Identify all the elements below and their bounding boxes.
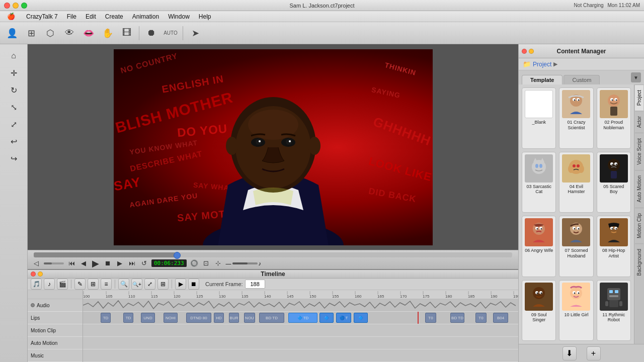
tool-record[interactable]: ⏺ <box>143 25 159 41</box>
lip-clip-17[interactable]: B04 <box>493 313 508 323</box>
lip-clip-11[interactable]: 🔷 <box>319 313 334 323</box>
lip-clip-1[interactable]: TD <box>101 313 111 323</box>
side-tab-actor[interactable]: Actor <box>635 111 643 133</box>
tool-cursor[interactable]: ⬡ <box>42 25 58 41</box>
tool-camera[interactable]: 🎞 <box>119 25 135 41</box>
menu-help[interactable]: Help <box>195 12 215 21</box>
tl-audio[interactable]: ♪ <box>44 279 55 290</box>
pb-loop[interactable]: ↺ <box>139 259 148 268</box>
side-tab-motion-clip[interactable]: Motion Clip <box>635 208 643 243</box>
menu-window[interactable]: Window <box>164 12 194 21</box>
pb-quality[interactable]: ⊹ <box>214 259 223 268</box>
lip-clip-12[interactable]: 🔵 T <box>336 313 351 323</box>
menu-edit[interactable]: Edit <box>82 12 100 21</box>
lip-clip-3[interactable]: UND <box>141 313 155 323</box>
char-item-02[interactable]: 02 Proud Nobleman <box>597 87 631 149</box>
tab-custom[interactable]: Custom <box>564 75 600 84</box>
tool-redo[interactable]: ↪ <box>5 151 23 166</box>
side-tab-background[interactable]: Background <box>635 243 643 281</box>
char-item-09[interactable]: 09 Soul Singer <box>522 280 556 341</box>
char-item-05[interactable]: 05 Scared Boy <box>597 152 631 213</box>
cm-close-btn[interactable] <box>522 49 527 54</box>
cm-download-btn[interactable]: ⬇ <box>562 346 577 360</box>
tool-export[interactable]: ➤ <box>187 25 203 41</box>
lip-clip-7[interactable]: BUR <box>229 313 239 323</box>
maximize-button[interactable] <box>21 3 27 9</box>
lip-clip-13[interactable]: 🔷 <box>354 313 368 323</box>
tool-scene[interactable]: ⊞ <box>23 25 39 41</box>
tab-template[interactable]: Template <box>522 75 562 84</box>
menu-crazytalk[interactable]: CrazyTalk 7 <box>22 12 62 21</box>
cm-nav-project[interactable]: Project <box>533 61 551 68</box>
canvas-viewport[interactable]: no country thinkin English in saying BLI… <box>28 44 518 250</box>
menu-file[interactable]: File <box>63 12 80 21</box>
lip-clip-15[interactable]: BD TD <box>450 313 464 323</box>
char-item-06[interactable]: 06 Angry Wife <box>522 216 556 277</box>
char-item-07[interactable]: 07 Scorned Husband <box>559 216 593 277</box>
char-item-11[interactable]: 11 Rythmic Robot <box>597 280 631 341</box>
tool-lips[interactable]: 👄 <box>80 25 97 41</box>
zoom-slider[interactable] <box>232 262 258 264</box>
pb-prev-frame[interactable]: ◀ <box>79 259 88 268</box>
volume-track[interactable] <box>44 262 64 264</box>
tl-list[interactable]: ≡ <box>101 279 112 290</box>
pb-fast-forward[interactable]: ⏭ <box>127 259 136 268</box>
tl-play[interactable]: ▶ <box>175 279 186 290</box>
timeline-min-btn[interactable] <box>38 272 43 277</box>
tl-add[interactable]: 🎵 <box>31 279 42 290</box>
tool-scale[interactable]: ⤡ <box>5 100 23 115</box>
side-tab-voice-script[interactable]: Voice Script <box>635 133 643 170</box>
menu-create[interactable]: Create <box>101 12 127 21</box>
cm-min-btn[interactable] <box>529 49 534 54</box>
tl-zoom-in[interactable]: 🔍+ <box>131 279 142 290</box>
tl-stop[interactable]: ⏹ <box>188 279 199 290</box>
pb-play[interactable]: ▶ <box>91 259 100 268</box>
close-button[interactable] <box>4 3 10 9</box>
side-tab-auto-motion[interactable]: Auto Motion <box>635 170 643 207</box>
pb-rewind[interactable]: ⏮ <box>67 259 76 268</box>
tl-video[interactable]: 🎬 <box>57 279 68 290</box>
lips-track[interactable]: TD TD UND NOHI DTND 80 HD BUR NOU BD TD … <box>83 312 518 324</box>
tool-auto[interactable]: AUTO <box>163 25 179 41</box>
tool-rotate[interactable]: ↻ <box>5 82 23 98</box>
current-frame-input[interactable] <box>245 280 265 289</box>
pb-volume[interactable]: ◁ <box>32 259 41 268</box>
tl-expand[interactable]: ⊞ <box>157 279 169 290</box>
pb-timecode-toggle[interactable]: 🔘 <box>190 259 199 268</box>
pb-next-frame[interactable]: ▶ <box>115 259 124 268</box>
lip-clip-6[interactable]: HD <box>214 313 224 323</box>
timeline-close-buttons[interactable] <box>31 272 43 277</box>
timeline-close-btn[interactable] <box>31 272 36 277</box>
tl-grid[interactable]: ⊞ <box>88 279 99 290</box>
tool-move[interactable]: ✛ <box>5 65 23 80</box>
tool-face[interactable]: 👁 <box>61 25 77 41</box>
lip-clip-10[interactable]: 🔷 TD <box>288 313 317 323</box>
char-item-08[interactable]: 08 Hip-Hop Artist <box>597 216 631 277</box>
lip-clip-9[interactable]: BD TD <box>259 313 284 323</box>
lip-clip-4[interactable]: NOHI <box>164 313 178 323</box>
lip-clip-5[interactable]: DTND 80 <box>186 313 211 323</box>
cm-dropdown[interactable]: ▼ <box>631 72 641 82</box>
tl-zoom-fit[interactable]: ⤢ <box>144 279 155 290</box>
char-item-blank[interactable]: _Blank <box>522 87 556 149</box>
lip-clip-8[interactable]: NOU <box>244 313 255 323</box>
lip-clip-14[interactable]: T0 <box>425 313 436 323</box>
lip-clip-16[interactable]: T0 <box>475 313 487 323</box>
char-item-04[interactable]: 04 Evil Hamster <box>559 152 593 213</box>
lip-clip-2[interactable]: TD <box>123 313 133 323</box>
menu-animation[interactable]: Animation <box>128 12 163 21</box>
window-controls[interactable] <box>4 3 27 9</box>
pb-stop[interactable]: ⏹ <box>103 259 112 268</box>
tool-person[interactable]: 👤 <box>4 25 20 41</box>
tool-select[interactable]: ⤢ <box>5 117 23 132</box>
tool-hand[interactable]: ✋ <box>100 25 116 41</box>
tl-marker[interactable]: ✎ <box>74 279 86 290</box>
pb-fit[interactable]: ⊡ <box>202 259 211 268</box>
char-item-01[interactable]: 01 Crazy Scientist <box>559 87 593 149</box>
scrubber-track[interactable] <box>34 252 512 257</box>
apple-menu[interactable]: 🍎 <box>3 12 19 21</box>
minimize-button[interactable] <box>13 3 19 9</box>
tl-zoom-out[interactable]: 🔍 <box>118 279 129 290</box>
cm-add-btn[interactable]: + <box>587 346 601 360</box>
tool-home[interactable]: ⌂ <box>5 48 23 63</box>
